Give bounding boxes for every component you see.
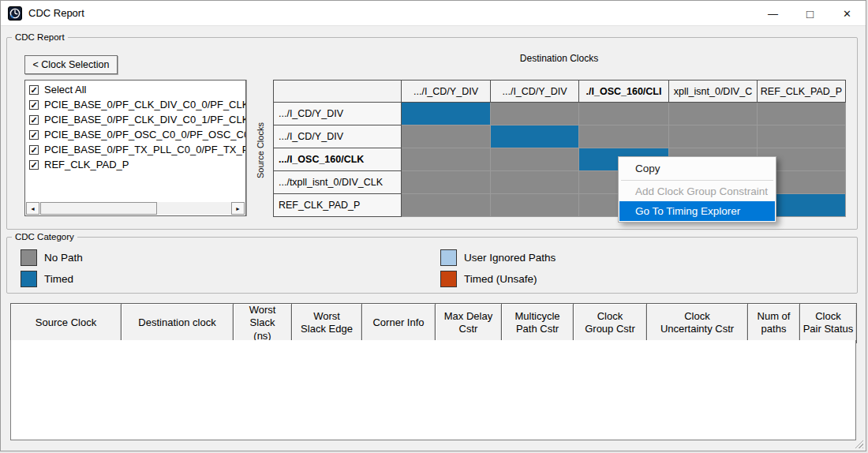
source-clocks-label: Source Clocks — [251, 103, 270, 198]
menu-item[interactable]: Copy — [619, 158, 775, 179]
scroll-thumb[interactable] — [40, 202, 157, 215]
paths-column-header[interactable]: Worst Slack Edge — [292, 304, 362, 343]
matrix-cell-nopath[interactable] — [579, 125, 669, 148]
matrix-row-header[interactable]: .../txpll_isnt_0/DIV_CLK — [274, 171, 402, 194]
legend-item: Timed — [21, 270, 83, 287]
scroll-left-icon[interactable]: ◄ — [26, 202, 39, 215]
matrix-cell-timed[interactable] — [402, 103, 491, 125]
clock-name: REF_CLK_PAD_P — [44, 159, 129, 170]
matrix-row-header[interactable]: .../I_OSC_160/CLK — [274, 148, 402, 171]
matrix-column-header[interactable]: REF_CLK_PAD_P — [758, 80, 846, 103]
clock-selection-button[interactable]: < Clock Selection — [24, 55, 118, 74]
clock-name: PCIE_BASE_0/PF_TX_PLL_C0_0/PF_TX_PLL — [44, 144, 245, 155]
matrix-row-header[interactable]: .../I_CD/Y_DIV — [274, 125, 402, 148]
legend-left-column: No PathTimed — [21, 249, 83, 291]
clock-list-item[interactable]: ✓PCIE_BASE_0/PF_CLK_DIV_C0_1/PF_CLK_D — [25, 112, 245, 127]
paths-column-header[interactable]: Source Clock — [11, 304, 122, 343]
matrix-column-header[interactable]: ./I_OSC_160/CLI — [579, 80, 669, 103]
clock-list-item[interactable]: ✓PCIE_BASE_0/PF_OSC_C0_0/PF_OSC_C0_0 — [25, 127, 245, 142]
matrix-row-header[interactable]: REF_CLK_PAD_P — [274, 194, 402, 217]
paths-column-header[interactable]: Clock Uncertainty Cstr — [647, 304, 748, 343]
checkbox-icon[interactable]: ✓ — [29, 145, 39, 155]
cdc-category-group — [6, 237, 858, 294]
paths-table: Source ClockDestination clockWorst Slack… — [10, 303, 857, 343]
matrix-cell-timed[interactable] — [491, 125, 579, 148]
matrix-row-header[interactable]: .../I_CD/Y_DIV — [274, 103, 402, 125]
matrix-cell-nopath[interactable] — [491, 194, 579, 217]
legend-color-chip — [21, 271, 37, 287]
matrix-cell-nopath[interactable] — [758, 125, 846, 148]
clock-list-item[interactable]: ✓PCIE_BASE_0/PF_CLK_DIV_C0_0/PF_CLK_D — [25, 97, 245, 112]
destination-clocks-label: Destination Clocks — [273, 53, 845, 64]
clock-list-item[interactable]: ✓REF_CLK_PAD_P — [25, 157, 245, 172]
legend-label: Timed — [44, 273, 73, 285]
checkbox-icon[interactable]: ✓ — [29, 100, 39, 110]
legend-color-chip — [21, 249, 37, 266]
cdc-category-group-label: CDC Category — [12, 232, 77, 242]
paths-column-header[interactable]: Clock Pair Status — [800, 304, 857, 343]
maximize-icon[interactable]: □ — [791, 1, 829, 26]
clock-list-hscrollbar[interactable]: ◄ ► — [26, 202, 245, 215]
matrix-cell-nopath[interactable] — [491, 103, 579, 125]
scroll-right-icon[interactable]: ► — [231, 202, 245, 215]
matrix-cell-nopath[interactable] — [579, 103, 669, 125]
clock-list[interactable]: ✓Select All✓PCIE_BASE_0/PF_CLK_DIV_C0_0/… — [24, 80, 246, 216]
clock-name: PCIE_BASE_0/PF_CLK_DIV_C0_0/PF_CLK_D — [44, 99, 245, 110]
window-controls: — □ ✕ — [754, 1, 866, 26]
scroll-track[interactable] — [157, 202, 231, 215]
matrix-column-header[interactable]: xpll_isnt_0/DIV_C — [669, 80, 758, 103]
minimize-icon[interactable]: — — [754, 1, 791, 26]
checkbox-icon[interactable]: ✓ — [29, 130, 39, 140]
title-bar: CDC Report — □ ✕ — [1, 1, 866, 26]
paths-column-header[interactable]: Corner Info — [362, 304, 436, 343]
checkbox-icon[interactable]: ✓ — [29, 115, 39, 125]
legend-label: Timed (Unsafe) — [464, 273, 537, 285]
legend-item: No Path — [21, 249, 83, 266]
legend-item: Timed (Unsafe) — [440, 270, 556, 287]
matrix-column-header[interactable]: .../I_CD/Y_DIV — [402, 80, 491, 103]
matrix-cell-nopath[interactable] — [491, 171, 579, 194]
paths-column-header[interactable]: Multicycle Path Cstr — [502, 304, 574, 343]
close-icon[interactable]: ✕ — [829, 1, 866, 26]
matrix-row: .../I_CD/Y_DIV — [274, 125, 846, 148]
paths-table-header-row: Source ClockDestination clockWorst Slack… — [11, 304, 857, 343]
paths-column-header[interactable]: Clock Group Cstr — [574, 304, 647, 343]
matrix-column-header[interactable]: .../I_CD/Y_DIV — [491, 80, 579, 103]
matrix-cell-nopath[interactable] — [402, 194, 491, 217]
matrix-cell-nopath[interactable] — [402, 171, 491, 194]
menu-item: Add Clock Group Constraint — [619, 182, 775, 201]
matrix-cell-nopath[interactable] — [669, 103, 758, 125]
matrix-cell-nopath[interactable] — [758, 103, 846, 125]
legend-color-chip — [440, 249, 457, 266]
legend-label: User Ignored Paths — [464, 252, 556, 264]
matrix-header-row: .../I_CD/Y_DIV.../I_CD/Y_DIV./I_OSC_160/… — [274, 80, 846, 103]
cdc-report-group-label: CDC Report — [12, 32, 68, 43]
clock-list-item[interactable]: ✓PCIE_BASE_0/PF_TX_PLL_C0_0/PF_TX_PLL — [25, 142, 245, 157]
legend-right-column: User Ignored PathsTimed (Unsafe) — [440, 249, 556, 291]
paths-column-header[interactable]: Num of paths — [748, 304, 800, 343]
paths-column-header[interactable]: Worst Slack (ns) — [234, 304, 292, 343]
window-title: CDC Report — [28, 7, 84, 19]
clock-name: PCIE_BASE_0/PF_OSC_C0_0/PF_OSC_C0_0 — [44, 129, 245, 140]
clock-name: PCIE_BASE_0/PF_CLK_DIV_C0_1/PF_CLK_D — [44, 114, 245, 125]
context-menu: CopyAdd Clock Group ConstraintGo To Timi… — [618, 156, 776, 223]
matrix-cell-nopath[interactable] — [491, 148, 579, 171]
paths-column-header[interactable]: Destination clock — [122, 304, 234, 343]
clock-name: Select All — [44, 84, 86, 95]
matrix-cell-nopath[interactable] — [669, 125, 758, 148]
legend-item: User Ignored Paths — [440, 249, 556, 266]
paths-table-body — [10, 340, 856, 440]
menu-separator — [621, 180, 773, 181]
matrix-cell-nopath[interactable] — [402, 125, 491, 148]
checkbox-icon[interactable]: ✓ — [29, 160, 39, 170]
legend-color-chip — [440, 271, 457, 287]
legend-label: No Path — [44, 252, 83, 264]
matrix-cell-nopath[interactable] — [402, 148, 491, 171]
clock-list-item[interactable]: ✓Select All — [25, 82, 245, 97]
checkbox-icon[interactable]: ✓ — [29, 85, 39, 95]
menu-item[interactable]: Go To Timing Explorer — [619, 201, 775, 221]
paths-column-header[interactable]: Max Delay Cstr — [436, 304, 502, 343]
matrix-corner-cell — [274, 80, 402, 103]
matrix-row: .../I_CD/Y_DIV — [274, 103, 846, 125]
app-clock-icon — [8, 6, 22, 21]
